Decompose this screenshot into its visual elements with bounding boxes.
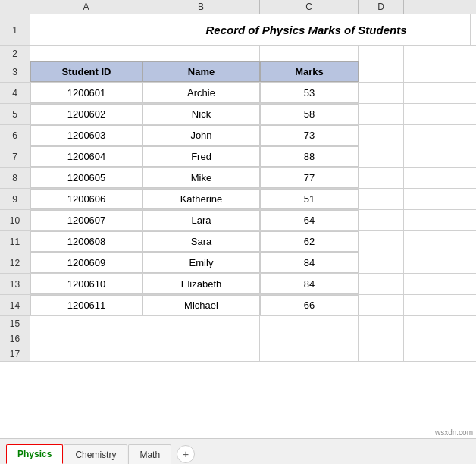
cell-c17[interactable]	[142, 346, 260, 361]
cell-id-5[interactable]: 1200602	[30, 104, 142, 124]
row-3: 3 Student ID Name Marks	[0, 61, 476, 83]
cell-e17[interactable]	[359, 346, 404, 361]
cell-e-6[interactable]	[359, 125, 404, 146]
row-1: 1 Record of Physics Marks of Students	[0, 14, 476, 46]
cell-id-4[interactable]: 1200601	[30, 83, 142, 103]
row-num-2: 2	[0, 46, 30, 61]
row-13: 13 1200610 Elizabeth 84	[0, 274, 476, 295]
cell-b2[interactable]	[30, 46, 142, 61]
cell-marks-12[interactable]: 84	[260, 252, 359, 273]
row-num-13: 13	[0, 274, 30, 294]
row-10: 10 1200607 Lara 64	[0, 210, 476, 231]
cell-b17[interactable]	[30, 346, 142, 361]
cell-d16[interactable]	[260, 331, 359, 346]
cell-d2[interactable]	[260, 46, 359, 61]
row-num-9: 9	[0, 189, 30, 209]
row-7: 7 1200604 Fred 88	[0, 146, 476, 168]
row-num-7: 7	[0, 146, 30, 167]
cell-name-6[interactable]: John	[142, 125, 260, 146]
cell-marks-7[interactable]: 88	[260, 146, 359, 167]
cell-name-5[interactable]: Nick	[142, 104, 260, 124]
cell-e16[interactable]	[359, 331, 404, 346]
cell-id-7[interactable]: 1200604	[30, 146, 142, 167]
cell-e15[interactable]	[359, 316, 404, 331]
row-8: 8 1200605 Mike 77	[0, 168, 476, 189]
cell-id-8[interactable]: 1200605	[30, 168, 142, 188]
column-headers: A B C D	[0, 0, 476, 14]
cell-name-8[interactable]: Mike	[142, 168, 260, 188]
watermark: wsxdn.com	[435, 428, 473, 437]
cell-d17[interactable]	[260, 346, 359, 361]
header-name: Name	[142, 61, 260, 82]
row-9: 9 1200606 Katherine 51	[0, 189, 476, 210]
cell-name-10[interactable]: Lara	[142, 210, 260, 230]
cell-name-12[interactable]: Emily	[142, 252, 260, 273]
col-header-row	[0, 0, 30, 14]
cell-e-4[interactable]	[359, 83, 404, 103]
row-num-8: 8	[0, 168, 30, 188]
cell-e-10[interactable]	[359, 210, 404, 230]
cell-c2[interactable]	[142, 46, 260, 61]
cell-b16[interactable]	[30, 331, 142, 346]
cell-marks-4[interactable]: 53	[260, 83, 359, 103]
cell-marks-13[interactable]: 84	[260, 274, 359, 294]
row-15: 15	[0, 316, 476, 331]
row-2: 2	[0, 46, 476, 61]
cell-e-5[interactable]	[359, 104, 404, 124]
row-num-1: 1	[0, 14, 30, 45]
cell-e-7[interactable]	[359, 146, 404, 167]
row-num-5: 5	[0, 104, 30, 124]
cell-id-14[interactable]: 1200611	[30, 295, 142, 315]
cell-marks-5[interactable]: 58	[260, 104, 359, 124]
cell-e-11[interactable]	[359, 231, 404, 252]
cell-e2[interactable]	[359, 46, 404, 61]
cell-name-14[interactable]: Michael	[142, 295, 260, 315]
cell-id-11[interactable]: 1200608	[30, 231, 142, 252]
row-num-4: 4	[0, 83, 30, 103]
cell-name-4[interactable]: Archie	[142, 83, 260, 103]
row-14: 14 1200611 Michael 66	[0, 295, 476, 316]
cell-name-13[interactable]: Elizabeth	[142, 274, 260, 294]
cell-marks-14[interactable]: 66	[260, 295, 359, 315]
cell-marks-8[interactable]: 77	[260, 168, 359, 188]
cell-e-12[interactable]	[359, 252, 404, 273]
cell-e-14[interactable]	[359, 295, 404, 315]
cell-e-8[interactable]	[359, 168, 404, 188]
cell-e1[interactable]	[471, 14, 476, 45]
cell-id-9[interactable]: 1200606	[30, 189, 142, 209]
cell-b15[interactable]	[30, 316, 142, 331]
cell-e-9[interactable]	[359, 189, 404, 209]
cell-name-9[interactable]: Katherine	[142, 189, 260, 209]
row-num-16: 16	[0, 331, 30, 346]
cell-c15[interactable]	[142, 316, 260, 331]
cell-e-13[interactable]	[359, 274, 404, 294]
tab-math[interactable]: Math	[128, 444, 171, 464]
row-num-10: 10	[0, 210, 30, 230]
row-num-11: 11	[0, 231, 30, 252]
cell-name-7[interactable]: Fred	[142, 146, 260, 167]
add-tab-button[interactable]: +	[177, 445, 195, 463]
cell-marks-10[interactable]: 64	[260, 210, 359, 230]
cell-b1[interactable]	[30, 14, 142, 45]
cell-d15[interactable]	[260, 316, 359, 331]
cell-c16[interactable]	[142, 331, 260, 346]
row-11: 11 1200608 Sara 62	[0, 231, 476, 252]
col-header-a: A	[30, 0, 142, 14]
tab-physics[interactable]: Physics	[6, 444, 63, 464]
cell-marks-6[interactable]: 73	[260, 125, 359, 146]
tab-chemistry[interactable]: Chemistry	[64, 444, 127, 464]
cell-e3[interactable]	[359, 61, 404, 82]
row-num-14: 14	[0, 295, 30, 315]
cell-name-11[interactable]: Sara	[142, 231, 260, 252]
row-num-15: 15	[0, 316, 30, 331]
cell-id-13[interactable]: 1200610	[30, 274, 142, 294]
header-student-id: Student ID	[30, 61, 142, 82]
cell-id-12[interactable]: 1200609	[30, 252, 142, 273]
cell-id-10[interactable]: 1200607	[30, 210, 142, 230]
cell-marks-9[interactable]: 51	[260, 189, 359, 209]
row-num-17: 17	[0, 346, 30, 361]
cell-marks-11[interactable]: 62	[260, 231, 359, 252]
col-header-d: D	[359, 0, 404, 14]
cell-id-6[interactable]: 1200603	[30, 125, 142, 146]
row-12: 12 1200609 Emily 84	[0, 252, 476, 274]
